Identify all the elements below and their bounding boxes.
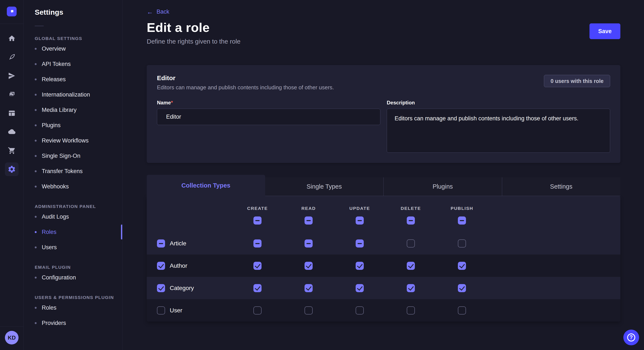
sidebar-item-overview[interactable]: Overview — [35, 41, 122, 56]
row-select-checkbox[interactable] — [157, 262, 165, 270]
description-textarea[interactable]: Editors can manage and publish contents … — [387, 109, 610, 153]
author-update-checkbox[interactable] — [356, 262, 364, 270]
permissions-header: CREATE READ UPDATE DELETE PUBLISH — [147, 196, 620, 232]
user-delete-checkbox[interactable] — [407, 306, 415, 315]
permissions-tabs: Collection Types Single Types Plugins Se… — [147, 175, 620, 196]
role-form-fields: Name* Description Editors can manage and… — [157, 100, 610, 153]
subnav-title: Settings — [35, 0, 122, 16]
column-label-update: UPDATE — [334, 206, 385, 211]
sidebar-item-single-sign-on[interactable]: Single Sign-On — [35, 148, 122, 164]
category-delete-checkbox[interactable] — [407, 284, 415, 292]
category-publish-checkbox[interactable] — [458, 284, 466, 292]
tab-plugins[interactable]: Plugins — [383, 177, 502, 196]
row-select-checkbox[interactable] — [157, 306, 165, 315]
rail-bottom: KD — [0, 326, 24, 350]
sidebar-item-releases[interactable]: Releases — [35, 72, 122, 87]
user-read-checkbox[interactable] — [304, 306, 313, 315]
content-type-name: Article — [170, 240, 186, 247]
user-publish-checkbox[interactable] — [458, 306, 466, 315]
layout-icon[interactable] — [5, 106, 18, 120]
paper-plane-icon[interactable] — [5, 69, 18, 82]
sidebar-item-transfer-tokens[interactable]: Transfer Tokens — [35, 164, 122, 179]
back-link[interactable]: ← Back — [147, 8, 169, 15]
column-label-read: READ — [283, 206, 334, 211]
article-read-checkbox[interactable] — [304, 239, 313, 247]
category-update-checkbox[interactable] — [356, 284, 364, 292]
back-label: Back — [156, 8, 169, 15]
section-label: GLOBAL SETTINGS — [35, 36, 122, 41]
permission-row-article: Article — [147, 232, 620, 255]
sidebar-item-review-workflows[interactable]: Review Workflows — [35, 133, 122, 148]
strapi-logo[interactable] — [7, 6, 16, 16]
settings-gear-icon[interactable] — [5, 163, 18, 176]
rail-icons — [5, 29, 18, 178]
article-update-checkbox[interactable] — [356, 239, 364, 247]
sidebar-item-providers[interactable]: Providers — [35, 315, 122, 331]
select-all-row — [147, 216, 620, 224]
select-all-read-checkbox[interactable] — [304, 216, 313, 224]
sidebar-item-users[interactable]: Users — [35, 240, 122, 255]
role-description-text: Editors can manage and publish contents … — [157, 84, 334, 91]
save-button[interactable]: Save — [590, 23, 620, 39]
section-label: USERS & PERMISSIONS PLUGIN — [35, 295, 122, 300]
permission-row-category: Category — [147, 277, 620, 299]
tab-collection-types[interactable]: Collection Types — [147, 175, 265, 196]
page-title: Edit a role — [147, 20, 620, 35]
main-content: ← Back Edit a role Define the rights giv… — [123, 0, 644, 350]
role-name-heading: Editor — [157, 74, 334, 82]
name-input[interactable] — [157, 109, 380, 125]
settings-subnav: Settings GLOBAL SETTINGS Overview API To… — [24, 0, 122, 350]
sidebar-item-configuration[interactable]: Configuration — [35, 270, 122, 285]
section-label: EMAIL PLUGIN — [35, 265, 122, 270]
author-create-checkbox[interactable] — [254, 262, 262, 270]
tab-settings[interactable]: Settings — [502, 177, 620, 196]
category-create-checkbox[interactable] — [254, 284, 262, 292]
users-with-role-button[interactable]: 0 users with this role — [544, 75, 610, 87]
row-select-checkbox[interactable] — [157, 284, 165, 292]
article-publish-checkbox[interactable] — [458, 239, 466, 247]
marketplace-cart-icon[interactable] — [5, 144, 18, 157]
main-nav-rail: KD — [0, 0, 24, 350]
permission-row-author: Author — [147, 255, 620, 277]
select-all-update-checkbox[interactable] — [356, 216, 364, 224]
cloud-icon[interactable] — [5, 125, 18, 139]
sidebar-item-roles-admin[interactable]: Roles — [35, 224, 122, 240]
select-all-create-checkbox[interactable] — [254, 216, 262, 224]
tab-single-types[interactable]: Single Types — [265, 177, 384, 196]
sidebar-item-api-tokens[interactable]: API Tokens — [35, 56, 122, 72]
back-arrow-icon: ← — [147, 9, 153, 15]
feather-content-icon[interactable] — [5, 50, 18, 64]
sidebar-item-roles-up[interactable]: Roles — [35, 300, 122, 315]
column-label-publish: PUBLISH — [436, 206, 488, 211]
home-icon[interactable] — [5, 31, 18, 45]
row-select-checkbox[interactable] — [157, 239, 165, 247]
role-details-card: Editor Editors can manage and publish co… — [147, 65, 620, 163]
subnav-rule — [35, 26, 44, 26]
article-create-checkbox[interactable] — [254, 239, 262, 247]
user-avatar[interactable]: KD — [5, 331, 18, 345]
category-read-checkbox[interactable] — [304, 284, 313, 292]
user-update-checkbox[interactable] — [356, 306, 364, 315]
sidebar-item-audit-logs[interactable]: Audit Logs — [35, 209, 122, 224]
page-subtitle: Define the rights given to the role — [147, 38, 620, 45]
author-delete-checkbox[interactable] — [407, 262, 415, 270]
author-read-checkbox[interactable] — [304, 262, 313, 270]
user-create-checkbox[interactable] — [254, 306, 262, 315]
select-all-publish-checkbox[interactable] — [458, 216, 466, 224]
sidebar-item-webhooks[interactable]: Webhooks — [35, 179, 122, 194]
description-field-group: Description Editors can manage and publi… — [387, 100, 610, 153]
section-administration-panel: ADMINISTRATION PANEL Audit Logs Roles Us… — [35, 204, 122, 255]
media-library-icon[interactable] — [5, 88, 18, 101]
select-all-delete-checkbox[interactable] — [407, 216, 415, 224]
author-publish-checkbox[interactable] — [458, 262, 466, 270]
help-button[interactable]: ? — [623, 330, 639, 345]
sidebar-item-plugins[interactable]: Plugins — [35, 118, 122, 133]
sidebar-item-internationalization[interactable]: Internationalization — [35, 87, 122, 102]
sidebar-item-media-library[interactable]: Media Library — [35, 102, 122, 118]
name-label: Name* — [157, 100, 173, 105]
section-label: ADMINISTRATION PANEL — [35, 204, 122, 209]
required-asterisk: * — [171, 100, 173, 105]
column-labels-row: CREATE READ UPDATE DELETE PUBLISH — [147, 206, 620, 211]
article-delete-checkbox[interactable] — [407, 239, 415, 247]
column-label-delete: DELETE — [385, 206, 436, 211]
